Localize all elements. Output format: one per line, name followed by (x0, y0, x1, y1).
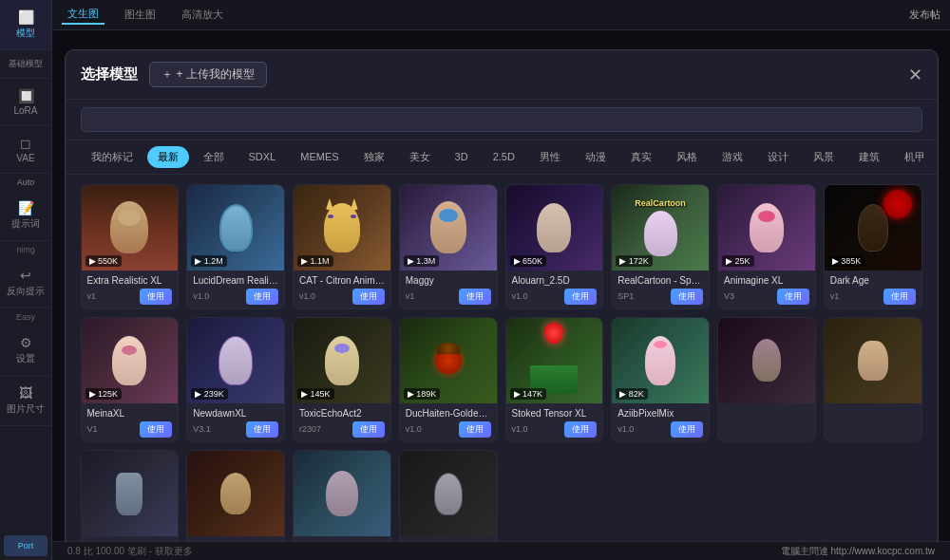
filter-tabs: 我的标记 最新 全部 SDXL MEMES 独家 美女 3D 2.5D 男性 动… (66, 140, 938, 175)
model-card-extra-realistic[interactable]: ▶ 550K Extra Realistic XL v1 使用 (81, 184, 180, 309)
filter-tab-3d[interactable]: 3D (445, 147, 479, 166)
setting-icon: ⚙ (6, 335, 46, 350)
filter-tab-25d[interactable]: 2.5D (483, 147, 525, 166)
model-card-duc[interactable]: ▶ 189K DucHaiten-GoldenLife v1.0 使用 (399, 317, 498, 442)
filter-tab-building[interactable]: 建筑 (848, 146, 890, 168)
use-button-1[interactable]: 使用 (140, 289, 172, 305)
top-bar: 文生图 图生图 高清放大 发布帖 (52, 0, 950, 30)
model-card-cat-citron[interactable]: ▶ 1.1M CAT - Citron Anime Tr... v1.0 使用 (293, 184, 391, 309)
card-footer-3: v1.0 使用 (299, 289, 385, 305)
use-button-3[interactable]: 使用 (352, 289, 385, 305)
modal-overlay: 选择模型 ＋ + 上传我的模型 ✕ 我的标记 最新 (52, 30, 950, 541)
use-button-6[interactable]: 使用 (671, 289, 703, 305)
card-image-luciddream: ▶ 1.2M (187, 185, 284, 271)
model-icon: ⬜ (6, 9, 46, 25)
sidebar-item-setting[interactable]: ⚙ 设置 (0, 326, 51, 376)
model-card-row3-2[interactable] (824, 317, 922, 442)
filter-tab-anime[interactable]: 动漫 (575, 146, 617, 168)
card-info-12: DucHaiten-GoldenLife v1.0 使用 (400, 403, 497, 442)
model-card-animagine[interactable]: ▶ 25K Animagine XL V3 使用 (717, 184, 816, 309)
sidebar-item-model[interactable]: ⬜ 模型 (0, 0, 51, 50)
filter-tab-real[interactable]: 真实 (620, 146, 662, 168)
model-card-row3-3[interactable] (81, 450, 180, 541)
card-info-row3-3 (82, 536, 179, 541)
use-button-10[interactable]: 使用 (246, 421, 278, 438)
filter-tab-landscape[interactable]: 风景 (803, 146, 845, 168)
use-button-7[interactable]: 使用 (777, 289, 809, 305)
model-card-alouarn[interactable]: ▶ 650K Alouarn_2.5D v1.0 使用 (505, 184, 604, 309)
filter-tab-game[interactable]: 游戏 (712, 146, 753, 168)
reverse-icon: ↩ (6, 268, 46, 283)
card-footer-14: v1.0 使用 (618, 421, 703, 438)
filter-tab-fresh[interactable]: 最新 (147, 146, 189, 168)
sidebar-item-reverse[interactable]: ↩ 反向提示 (0, 258, 51, 308)
filter-tab-style[interactable]: 风格 (666, 146, 708, 168)
filter-tab-exclusive[interactable]: 独家 (353, 146, 395, 168)
filter-tab-beauty[interactable]: 美女 (399, 146, 441, 168)
tab-text-to-image[interactable]: 文生图 (62, 5, 104, 25)
sidebar-item-image[interactable]: 🖼 图片尺寸 (0, 376, 51, 426)
filter-tab-all[interactable]: 全部 (193, 146, 235, 168)
sidebar-item-basics[interactable]: 基础模型 (0, 50, 51, 79)
use-button-11[interactable]: 使用 (352, 421, 385, 438)
image-icon: 🖼 (6, 385, 46, 401)
card-info-row3-6 (400, 536, 497, 541)
card-version-10: V3.1 (193, 424, 211, 434)
use-button-5[interactable]: 使用 (564, 289, 597, 305)
card-name-10: NewdawnXL (193, 408, 278, 419)
downloads-badge-13: ▶ 147K (510, 388, 547, 400)
downloads-badge-14: ▶ 82K (616, 388, 648, 400)
card-image-row3-2 (825, 318, 922, 403)
card-name-9: MeinaXL (87, 408, 173, 419)
use-button-12[interactable]: 使用 (459, 421, 491, 438)
filter-tab-memes[interactable]: MEMES (290, 147, 349, 166)
model-card-row3-5[interactable] (293, 450, 391, 541)
model-card-meinaxl[interactable]: ▶ 125K MeinaXL V1 使用 (81, 317, 180, 442)
use-button-4[interactable]: 使用 (459, 289, 491, 305)
card-image-animagine: ▶ 25K (718, 185, 815, 271)
model-card-stoked[interactable]: ▶ 147K Stoked Tensor XL v1.0 使用 (505, 317, 604, 442)
vae-auto: Auto (0, 174, 51, 191)
model-card-aziib[interactable]: ▶ 82K AziibPixelMix v1.0 使用 (611, 317, 710, 442)
filter-tab-sdxl[interactable]: SDXL (238, 147, 287, 166)
model-grid: ▶ 550K Extra Realistic XL v1 使用 (66, 175, 938, 541)
model-card-newdawn[interactable]: ▶ 239K NewdawnXL V3.1 使用 (186, 317, 285, 442)
card-version-12: v1.0 (406, 424, 422, 434)
model-card-row3-4[interactable] (186, 450, 285, 541)
filter-tab-my[interactable]: 我的标记 (81, 146, 143, 168)
card-version-7: V3 (724, 291, 734, 301)
sidebar: ⬜ 模型 基础模型 🔲 LoRA ◻ VAE Auto 📝 提示词 nimg ↩… (0, 0, 52, 560)
upload-model-button[interactable]: ＋ + 上传我的模型 (149, 62, 267, 87)
model-card-realcartoon[interactable]: RealCartoon ▶ 172K RealCartoon - Special… (611, 184, 710, 309)
model-card-row3-6[interactable] (399, 450, 498, 541)
publish-label[interactable]: 发布帖 (909, 8, 940, 22)
model-card-toxic[interactable]: ▶ 145K ToxicEchoAct2 r2307 使用 (293, 317, 391, 442)
filter-tab-male[interactable]: 男性 (529, 146, 571, 168)
search-input[interactable] (81, 107, 922, 132)
use-button-8[interactable]: 使用 (884, 289, 916, 305)
model-card-luciddream[interactable]: ▶ 1.2M LucidDream Realistic v1.0 使用 (186, 184, 285, 309)
port-item[interactable]: Port (4, 535, 48, 556)
filter-tab-mecha[interactable]: 机甲 (894, 146, 936, 168)
card-version-1: v1 (87, 291, 97, 301)
use-button-13[interactable]: 使用 (564, 421, 597, 438)
watermark: 電腦主問達 http://www.kocpc.com.tw (781, 545, 935, 558)
tab-upscale[interactable]: 高清放大 (176, 6, 229, 24)
search-bar (66, 100, 938, 140)
use-button-14[interactable]: 使用 (671, 421, 703, 438)
model-card-dark-age[interactable]: ▶ 385K Dark Age v1 使用 (824, 184, 922, 309)
model-card-maggy[interactable]: ▶ 1.3M Maggy v1 使用 (399, 184, 498, 309)
modal-close-button[interactable]: ✕ (908, 66, 922, 84)
content-wrapper: 选择模型 ＋ + 上传我的模型 ✕ 我的标记 最新 (52, 30, 950, 541)
sidebar-item-prompt[interactable]: 📝 提示词 (0, 191, 51, 241)
filter-tab-design[interactable]: 设计 (757, 146, 799, 168)
modal-header: 选择模型 ＋ + 上传我的模型 ✕ (66, 50, 938, 100)
card-info-8: Dark Age v1 使用 (825, 271, 922, 309)
sidebar-item-vae[interactable]: ◻ VAE (0, 126, 51, 174)
sidebar-item-lora[interactable]: 🔲 LoRA (0, 79, 51, 126)
card-image-toxic: ▶ 145K (294, 318, 390, 403)
use-button-9[interactable]: 使用 (140, 421, 172, 438)
use-button-2[interactable]: 使用 (246, 289, 278, 305)
tab-image-to-image[interactable]: 图生图 (119, 6, 162, 24)
model-card-row3-1[interactable] (717, 317, 816, 442)
